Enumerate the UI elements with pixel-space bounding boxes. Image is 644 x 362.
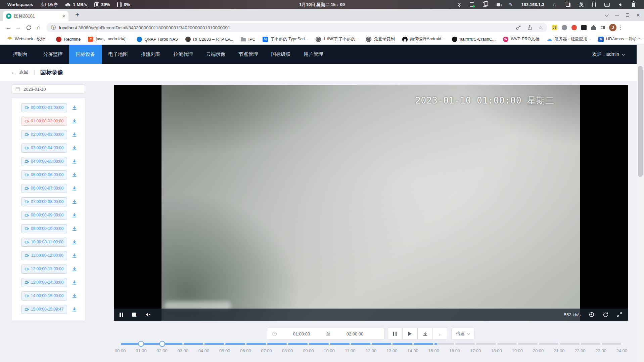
segment-button[interactable]: 10:00:00-11:00:00: [21, 238, 67, 247]
nav-tab[interactable]: 用户管理: [297, 45, 330, 64]
bookmark-star-icon[interactable]: ☆: [538, 25, 543, 31]
nav-tab[interactable]: 推流列表: [134, 45, 167, 64]
bookmark-item[interactable]: C java、android可...: [85, 35, 132, 43]
segment-download-button[interactable]: [72, 105, 77, 110]
nav-tab[interactable]: 节点管理: [232, 45, 265, 64]
segment-download-button[interactable]: [72, 213, 77, 218]
ip-address-indicator[interactable]: 192.168.1.3: [521, 2, 544, 7]
bookmark-item[interactable]: 1.8W字|了不起的...: [313, 35, 362, 43]
bookmark-item[interactable]: W WVP-PRO文档: [500, 35, 542, 43]
display-icon[interactable]: [604, 3, 610, 7]
player-pause-button[interactable]: [120, 313, 123, 317]
browser-menu-icon[interactable]: ⋮: [618, 25, 623, 31]
extension-icon[interactable]: [581, 25, 587, 30]
segment-download-button[interactable]: [72, 307, 77, 312]
snapshot-icon[interactable]: [589, 312, 594, 317]
address-bar[interactable]: ⓘ localhost :38080/#/gbRecordDetail/3402…: [46, 23, 547, 32]
player-stop-button[interactable]: [132, 313, 136, 317]
bookmark-item[interactable]: QNAP Turbo NAS: [134, 36, 181, 43]
segment-download-button[interactable]: [72, 280, 77, 285]
segment-download-button[interactable]: [72, 240, 77, 245]
segment-download-button[interactable]: [72, 186, 77, 191]
timeline-handle[interactable]: [138, 341, 144, 347]
extension-icon[interactable]: [591, 25, 596, 30]
new-tab-button[interactable]: +: [73, 10, 82, 19]
extension-icon[interactable]: JS: [552, 25, 557, 30]
start-time-input[interactable]: [287, 331, 316, 337]
segment-download-button[interactable]: [72, 159, 77, 164]
segment-download-button[interactable]: [72, 293, 77, 298]
segment-download-button[interactable]: [72, 172, 77, 177]
browser-tab[interactable]: 国标28181 ×: [3, 11, 68, 21]
nav-tab[interactable]: 国标设备: [69, 45, 102, 64]
nav-tab[interactable]: 国标级联: [265, 45, 297, 64]
bluetooth-icon[interactable]: [458, 2, 461, 7]
back-icon[interactable]: ←: [3, 24, 13, 31]
segment-button[interactable]: 15:00:00-15:09:47: [21, 305, 67, 314]
segment-button[interactable]: 12:00:00-13:00:00: [21, 265, 67, 274]
reload-icon[interactable]: [24, 25, 34, 31]
segment-button[interactable]: 02:00:00-03:00:00: [21, 130, 67, 139]
segment-button[interactable]: 07:00:00-08:00:00: [21, 197, 67, 206]
player-refresh-icon[interactable]: [603, 312, 608, 318]
share-icon[interactable]: [527, 25, 532, 30]
clipboard-indicator-icon[interactable]: [483, 2, 488, 7]
bookmark-item[interactable]: hairrrrr/C-CrashC...: [449, 36, 499, 43]
nav-tab[interactable]: 云端录像: [199, 45, 232, 64]
segment-button[interactable]: 06:00:00-07:00:00: [21, 184, 67, 193]
tab-search-chevron-icon[interactable]: [605, 13, 609, 16]
bookmark-item[interactable]: 免登录复制: [363, 35, 398, 43]
password-key-icon[interactable]: [516, 25, 521, 30]
nav-tab[interactable]: 拉流代理: [167, 45, 199, 64]
segment-download-button[interactable]: [72, 267, 77, 272]
segment-download-button[interactable]: [72, 132, 77, 137]
segment-button[interactable]: 01:00:00-02:00:00: [21, 117, 67, 126]
battery-icon[interactable]: [632, 2, 635, 7]
segment-button[interactable]: 03:00:00-04:00:00: [21, 144, 67, 153]
window-minimize-icon[interactable]: [615, 15, 619, 15]
site-info-icon[interactable]: ⓘ: [51, 25, 56, 31]
caffeine-icon[interactable]: [497, 3, 500, 6]
window-maximize-icon[interactable]: [626, 13, 629, 17]
end-time-input[interactable]: [341, 331, 369, 337]
input-method-indicator[interactable]: 英: [579, 2, 584, 8]
nav-tab[interactable]: 电子地图: [102, 45, 134, 64]
bookmark-item[interactable]: ☁ 服务器 - 轻量应用...: [544, 35, 594, 43]
date-picker[interactable]: [12, 84, 85, 94]
segment-button[interactable]: 14:00:00-15:00:00: [21, 291, 67, 300]
browser-home-icon[interactable]: ⌂: [34, 24, 44, 31]
segment-button[interactable]: 09:00:00-10:00:00: [21, 224, 67, 233]
home-icon[interactable]: ⌂: [553, 2, 556, 7]
segment-download-button[interactable]: [72, 253, 77, 258]
bookmark-item[interactable]: Webstack - 设计...: [4, 35, 52, 43]
time-range-box[interactable]: 至: [267, 328, 384, 340]
extension-icon[interactable]: [571, 25, 577, 30]
back-button[interactable]: ← 返回: [11, 69, 29, 76]
extension-icon[interactable]: [562, 25, 567, 30]
volume-icon[interactable]: [618, 3, 623, 7]
forward-icon[interactable]: →: [13, 24, 24, 31]
segment-download-button[interactable]: [72, 119, 77, 124]
segment-download-button[interactable]: [72, 199, 77, 204]
segment-button[interactable]: 05:00:00-06:00:00: [21, 170, 67, 179]
bookmark-item[interactable]: 如何编译Android...: [399, 35, 448, 43]
fullscreen-icon[interactable]: [617, 312, 622, 317]
bookmark-item[interactable]: IPC: [238, 36, 259, 43]
timeline-track[interactable]: [120, 343, 622, 345]
extension-icon[interactable]: [601, 26, 605, 29]
segment-button[interactable]: 11:00:00-12:00:00: [21, 251, 67, 260]
tab-close-icon[interactable]: ×: [62, 13, 65, 19]
color-picker-icon[interactable]: ✎: [509, 2, 513, 7]
phone-link-icon[interactable]: [592, 2, 596, 7]
bookmarks-overflow-icon[interactable]: »: [633, 36, 638, 42]
play-button[interactable]: [402, 328, 418, 340]
nav-tab[interactable]: 分屏监控: [37, 45, 69, 64]
segment-download-button[interactable]: [72, 226, 77, 231]
bookmark-item[interactable]: Redmine: [53, 36, 84, 43]
segment-download-button[interactable]: [72, 146, 77, 151]
app-indicator-icon[interactable]: [470, 2, 474, 7]
timeline-handle[interactable]: [159, 341, 165, 347]
segment-button[interactable]: 00:00:00-01:00:00: [21, 103, 67, 112]
speed-dropdown[interactable]: 倍速: [451, 328, 474, 340]
page-scrollbar[interactable]: [637, 45, 644, 362]
